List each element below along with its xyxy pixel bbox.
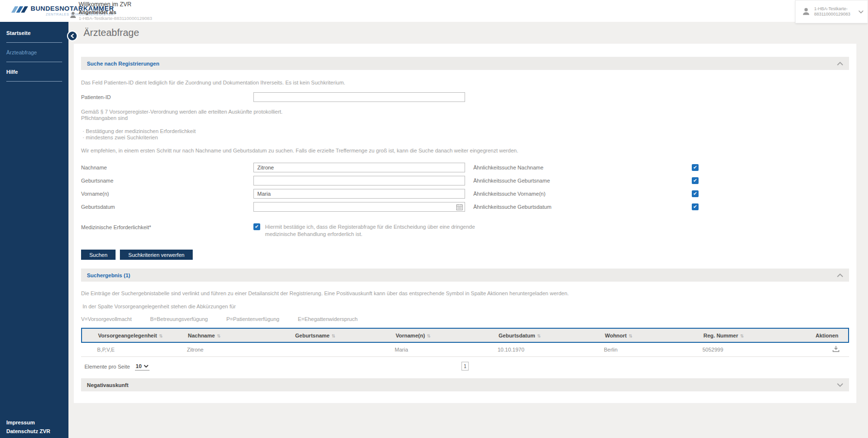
sidebar-item-datenschutz[interactable]: Datenschutz ZVR	[6, 428, 50, 434]
table-row[interactable]: B,P,V,E Zitrone Maria 10.10.1970 Berlin …	[81, 343, 849, 357]
chevron-down-icon[interactable]	[837, 383, 843, 387]
column-header: Nachname⇅	[188, 333, 295, 338]
column-header: Reg. Nummer⇅	[703, 333, 776, 338]
similarity-geburtsname-checkbox[interactable]: ✔	[692, 177, 699, 184]
sidebar: Startseite Ärzteabfrage Hilfe Impressum …	[0, 22, 68, 438]
medical-necessity-checkbox[interactable]: ✔	[253, 223, 260, 230]
back-button[interactable]	[67, 31, 78, 41]
calendar-icon[interactable]	[456, 204, 463, 210]
legend-item: V=Vorsorgevollmacht	[81, 316, 132, 322]
similarity-geburtsdatum-checkbox[interactable]: ✔	[692, 203, 699, 210]
sidebar-item-label: Hilfe	[6, 69, 18, 75]
logged-in-label: Angemeldet als	[79, 9, 152, 15]
cell-wohnort[interactable]: Berlin	[604, 347, 702, 353]
sidebar-item-impressum[interactable]: Impressum	[6, 420, 50, 425]
sort-icon[interactable]: ⇅	[427, 334, 431, 338]
similarity-geburtsdatum-label: Ähnlichkeitssuche Geburtsdatum	[473, 204, 692, 210]
chevron-up-icon[interactable]	[837, 62, 843, 66]
legend-item: P=Patientenverfügung	[226, 316, 279, 322]
vorname-input[interactable]	[253, 189, 465, 199]
top-bar: BUNDESNOTARKAMMER ZENTRALES VORSORGEREGI…	[0, 0, 868, 22]
negative-panel-title: Negativauskunft	[87, 382, 129, 388]
protocol-note-line1: Gemäß § 7 Vorsorgeregister-Verordnung we…	[81, 109, 849, 116]
nachname-input[interactable]	[253, 163, 465, 172]
sidebar-footer: Impressum Datenschutz ZVR	[6, 417, 50, 434]
page-title: Ärzteabfrage	[83, 27, 139, 38]
page-number-button[interactable]: 1	[462, 362, 469, 371]
mandatory-bullet-1: · Bestätigung der medizinischen Erforder…	[83, 128, 849, 135]
sort-icon[interactable]: ⇅	[629, 334, 633, 338]
mandatory-bullet-2: · mindestens zwei Suchkriterien	[83, 135, 849, 141]
download-button[interactable]	[833, 346, 839, 354]
protocol-note-line2: Pflichtangaben sind	[81, 115, 849, 122]
results-intro: Die Einträge der Suchergebnistabelle sin…	[81, 290, 849, 297]
user-badge-line1: 1-HBA-Testkarte-	[814, 6, 858, 12]
cell-nachname[interactable]: Zitrone	[187, 347, 294, 353]
patient-id-input[interactable]	[253, 92, 465, 102]
sort-icon[interactable]: ⇅	[740, 334, 744, 338]
geburtsdatum-label: Geburtsdatum	[81, 204, 253, 210]
legend-intro: In der Spalte Vorsorgeangelegenheit steh…	[81, 303, 849, 310]
legend-item: B=Betreuungsverfügung	[150, 316, 208, 322]
legend-item: E=Ehegattenwiderspruch	[298, 316, 357, 322]
welcome-text: Willkommen im ZVR	[79, 1, 152, 8]
column-header: Aktionen	[776, 333, 848, 338]
user-badge-line2: 883110000129083	[814, 12, 858, 17]
user-icon	[70, 12, 76, 18]
logged-in-value: 1-HBA-Testkarte-883110000129083	[79, 16, 152, 21]
chevron-down-icon	[858, 10, 864, 14]
sort-icon[interactable]: ⇅	[537, 334, 541, 338]
sidebar-item-hilfe[interactable]: Hilfe	[6, 62, 62, 82]
similarity-vorname-label: Ähnlichkeitssuche Vorname(n)	[473, 191, 692, 197]
medical-necessity-text: Hiermit bestätige ich, dass die Register…	[265, 223, 475, 238]
search-panel-title: Suche nach Registrierungen	[87, 61, 159, 67]
per-page-label: Elemente pro Seite	[84, 364, 130, 370]
welcome-block: Willkommen im ZVR Angemeldet als 1-HBA-T…	[79, 1, 152, 21]
content-card: Suche nach Registrierungen Das Feld Pati…	[74, 44, 856, 403]
sort-icon[interactable]: ⇅	[332, 334, 335, 338]
search-button[interactable]: Suchen	[81, 250, 116, 260]
geburtsname-input[interactable]	[253, 176, 465, 185]
chevron-left-icon	[70, 34, 74, 38]
nachname-label: Nachname	[81, 165, 253, 170]
sidebar-item-label: Ärzteabfrage	[6, 50, 37, 55]
sidebar-item-startseite[interactable]: Startseite	[6, 23, 62, 43]
cell-geburtsdatum[interactable]: 10.10.1970	[498, 347, 604, 353]
sort-icon[interactable]: ⇅	[159, 334, 163, 338]
results-panel-title: Suchergebnis (1)	[87, 272, 130, 278]
column-header: Wohnort⇅	[605, 333, 703, 338]
results-table: Vorsorgeangelegenheit⇅ Nachname⇅ Geburts…	[81, 328, 849, 357]
geburtsdatum-input[interactable]	[253, 202, 465, 212]
search-recommendation: Wir empfehlen, in einem ersten Schritt n…	[81, 148, 849, 154]
sort-icon[interactable]: ⇅	[217, 334, 221, 338]
negative-panel-header[interactable]: Negativauskunft	[81, 378, 849, 391]
cell-reg-nummer[interactable]: 5052999	[702, 347, 775, 353]
medical-necessity-label: Medizinische Erforderlichkeit*	[81, 223, 253, 238]
sidebar-item-label: Startseite	[6, 30, 31, 36]
similarity-vorname-checkbox[interactable]: ✔	[692, 190, 699, 197]
cell-vorname[interactable]: Maria	[395, 347, 498, 353]
column-header: Geburtsdatum⇅	[499, 333, 605, 338]
download-icon	[833, 346, 839, 352]
logo-stripes-icon	[13, 6, 28, 13]
user-menu[interactable]: 1-HBA-Testkarte- 883110000129083	[795, 0, 868, 23]
similarity-nachname-label: Ähnlichkeitssuche Nachname	[473, 165, 692, 170]
abbreviation-legend: V=Vorsorgevollmacht B=Betreuungsverfügun…	[81, 316, 849, 322]
patient-id-label: Patienten-ID	[81, 94, 253, 100]
chevron-up-icon[interactable]	[837, 273, 843, 277]
reset-criteria-button[interactable]: Suchkriterien verwerfen	[120, 250, 193, 260]
per-page-select[interactable]: 10	[135, 363, 150, 371]
user-icon	[802, 8, 810, 16]
column-header: Geburtsname⇅	[295, 333, 396, 338]
cell-vorsorgeangelegenheit[interactable]: B,P,V,E	[81, 347, 187, 353]
similarity-nachname-checkbox[interactable]: ✔	[692, 164, 699, 171]
results-table-header: Vorsorgeangelegenheit⇅ Nachname⇅ Geburts…	[81, 328, 849, 343]
pagination-row: Elemente pro Seite 10 1	[81, 362, 849, 371]
sidebar-item-aerzteabfrage[interactable]: Ärzteabfrage	[6, 43, 62, 62]
app: BUNDESNOTARKAMMER ZENTRALES VORSORGEREGI…	[0, 0, 868, 438]
patient-id-hint: Das Feld Patienten-ID dient lediglich fü…	[81, 80, 849, 86]
column-header: Vorsorgeangelegenheit⇅	[82, 333, 188, 338]
results-panel-header[interactable]: Suchergebnis (1)	[81, 269, 849, 282]
search-panel-header[interactable]: Suche nach Registrierungen	[81, 57, 849, 70]
geburtsname-label: Geburtsname	[81, 178, 253, 184]
